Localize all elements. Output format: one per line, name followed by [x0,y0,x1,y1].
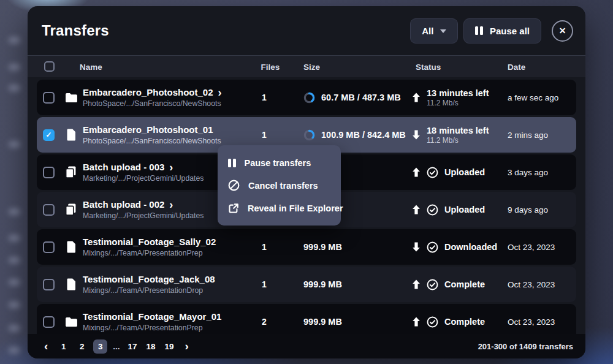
status-text: 18 minutes left [427,126,489,135]
page-button[interactable]: 18 [144,339,158,354]
chevron-right-icon[interactable]: › [218,88,222,97]
page-button[interactable]: 17 [126,339,140,354]
row-checkbox[interactable] [43,92,55,104]
cancel-icon [228,180,240,191]
transfer-path: Mixings/.../TeamA/PresentationDrop [83,286,249,295]
table-header: Name Files Size Status Date [28,55,585,77]
transfer-name: Embarcadero_Photoshoot_01 [83,124,213,135]
size-cell: 100.9 MB / 842.4 MB [303,129,412,141]
transfer-size: 100.9 MB / 842.4 MB [321,130,406,140]
pause-icon [475,26,483,35]
transfer-name: Batch upload - 003 [83,162,164,172]
status-cell: Uploaded [412,204,508,216]
row-checkbox-checked[interactable] [43,129,55,141]
files-count: 1 [249,279,280,289]
transfer-date: 9 days ago [508,205,576,214]
blurred-sidebar-icon [9,85,20,91]
check-circle-icon [427,167,438,178]
page-button[interactable]: 19 [162,339,177,354]
status-text: 13 minutes left [427,88,489,98]
row-checkbox[interactable] [43,204,55,216]
transfer-name: Embarcadero_Photoshoot_02 [83,87,213,97]
prev-page-button[interactable]: ‹ [40,340,52,353]
chevron-down-icon [440,29,446,33]
transfer-speed: 11.2 Mb/s [427,136,489,145]
status-text: Downloaded [444,242,497,252]
transfer-path: Mixings/.../TeamA/PresentationPrep [83,324,249,332]
transfer-date: a few sec ago [508,93,576,102]
filter-dropdown[interactable]: All [410,18,458,44]
results-range: 201-300 of 1409 transfers [478,342,573,351]
page-button-active[interactable]: 3 [93,339,107,354]
download-arrow-icon [412,242,421,252]
column-header-size[interactable]: Size [303,62,320,71]
page-button[interactable]: 2 [75,339,89,354]
status-cell: Downloaded [412,241,508,253]
transfer-date: Oct 23, 2023 [508,280,576,289]
close-icon: ✕ [559,26,566,36]
pause-icon [228,159,236,167]
menu-item-cancel-transfers[interactable]: Cancel transfers [218,174,341,197]
pagination-ellipsis: ... [112,342,121,351]
page-button[interactable]: 1 [56,339,70,354]
upload-arrow-icon [412,167,421,177]
file-icon [64,241,78,253]
transfer-size: 60.7 MB / 487.3 MB [321,93,401,102]
menu-item-reveal-in-file-explorer[interactable]: Reveal in File Explorer [218,197,341,219]
filter-dropdown-label: All [422,26,433,36]
files-count: 1 [249,130,280,140]
transfer-path: PhotoSpace/.../SanFrancisco/NewShoots [83,99,249,108]
pause-all-label: Pause all [490,26,530,36]
upload-arrow-icon [412,205,421,214]
folder-icon [64,93,78,103]
pause-all-button[interactable]: Pause all [463,18,541,44]
table-row[interactable]: Embarcadero_Photoshoot_02 › PhotoSpace/.… [37,80,576,115]
row-checkbox[interactable] [43,316,55,328]
blurred-sidebar-icon [9,141,20,148]
chevron-right-icon[interactable]: › [169,200,173,209]
transfer-name: Testimonial_Footage_Jack_08 [83,274,215,284]
blurred-sidebar-icon [9,301,20,308]
column-header-status[interactable]: Status [416,62,441,71]
dialog-footer: ‹ 1 2 3 ... 17 18 19 › 201-300 of 1409 t… [28,334,585,358]
page-title: Transfers [42,22,109,39]
transfer-date: Oct 23, 2023 [508,243,576,252]
table-row[interactable]: Testimonial_Footage_Jack_08 Mixings/.../… [37,267,576,302]
menu-item-label: Reveal in File Explorer [248,203,343,213]
next-page-button[interactable]: › [181,340,193,353]
status-text: Complete [444,279,485,289]
files-stack-icon [64,166,78,178]
blurred-sidebar-icon [9,257,20,264]
transfer-speed: 11.2 Mb/s [427,99,489,107]
chevron-right-icon[interactable]: › [169,163,173,172]
check-circle-icon [427,316,438,328]
transfer-date: Oct 23, 2023 [508,317,576,327]
menu-item-pause-transfers[interactable]: Pause transfers [218,151,341,174]
transfer-path: PhotoSpace/.../SanFrancisco/NewShoots [83,137,249,145]
size-cell: 60.7 MB / 487.3 MB [303,92,412,104]
name-cell: Embarcadero_Photoshoot_01 PhotoSpace/...… [83,124,249,145]
table-row[interactable]: Testimonial_Footage_Sally_02 Mixings/...… [37,229,576,265]
column-header-name[interactable]: Name [80,62,102,71]
status-cell: Complete [412,279,508,290]
size-cell: 999.9 MB [303,317,412,327]
name-cell: Testimonial_Footage_Sally_02 Mixings/...… [83,237,249,257]
row-checkbox[interactable] [43,279,55,290]
row-checkbox[interactable] [43,241,55,253]
close-button[interactable]: ✕ [552,20,573,42]
download-arrow-icon [412,130,421,140]
status-text: Uploaded [444,205,485,214]
external-link-icon [228,203,239,214]
files-stack-icon [64,203,78,216]
name-cell: Embarcadero_Photoshoot_02 › PhotoSpace/.… [83,87,249,108]
column-header-date[interactable]: Date [508,62,525,71]
row-checkbox[interactable] [43,167,55,178]
column-header-files[interactable]: Files [255,62,286,71]
upload-arrow-icon [412,279,421,289]
select-all-checkbox[interactable] [44,61,55,72]
files-count: 1 [249,93,280,102]
transfer-name: Testimonial_Footage_Sally_02 [83,237,216,247]
file-icon [64,278,78,290]
dialog-header: Transfers All Pause all ✕ [28,6,585,55]
size-cell: 999.9 MB [303,242,412,252]
